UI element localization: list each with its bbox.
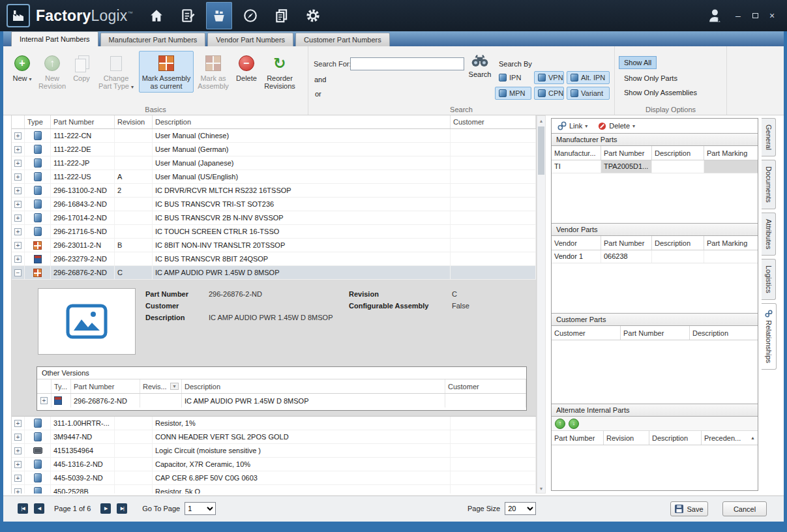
expand-icon[interactable]: + <box>14 173 22 181</box>
table-row[interactable]: +445-5039-2-NDCAP CER 6.8PF 50V C0G 0603 <box>12 471 536 485</box>
maximize-button[interactable] <box>747 7 764 24</box>
search-by-alt-ipn-toggle[interactable]: Alt. IPN <box>567 71 610 84</box>
column-header-revision[interactable]: Revision <box>604 431 649 445</box>
ov-column-revision[interactable]: Revis...▼ <box>140 379 182 393</box>
reorder-revisions-button[interactable]: ↻ Reorder Revisions <box>261 51 298 93</box>
expand-icon[interactable]: + <box>14 187 22 194</box>
collapse-icon[interactable]: − <box>14 269 22 276</box>
move-up-button[interactable]: ↑ <box>555 419 565 429</box>
table-row[interactable]: +111-222-DEUser Manual (German) <box>12 143 536 156</box>
show-only-assemblies-option[interactable]: Show Only Assemblies <box>619 86 702 99</box>
change-part-type-button[interactable]: Change Part Type ▾ <box>95 51 138 94</box>
expand-icon[interactable]: + <box>14 488 22 494</box>
column-header-part-marking[interactable]: Part Marking <box>704 236 758 250</box>
parts-nav-icon[interactable] <box>206 2 232 29</box>
tab-vendor-part-numbers[interactable]: Vendor Part Numbers <box>207 33 293 46</box>
ov-column-type[interactable]: Ty... <box>52 379 71 393</box>
copy-button[interactable]: Copy <box>70 51 93 85</box>
navigator-nav-icon[interactable] <box>237 2 263 29</box>
tab-logistics[interactable]: Logistics <box>762 259 776 300</box>
column-header-description[interactable]: Description <box>153 115 451 128</box>
tab-internal-part-numbers[interactable]: Internal Part Numbers <box>11 31 98 46</box>
user-logout-icon[interactable] <box>701 2 730 29</box>
column-header-type[interactable]: Type <box>25 115 51 128</box>
expand-icon[interactable]: + <box>14 146 22 153</box>
tab-manufacturer-part-numbers[interactable]: Manufacturer Part Numbers <box>100 33 206 46</box>
column-header-part-number[interactable]: Part Number <box>621 326 690 340</box>
table-row-selected[interactable]: −296-26876-2-NDCIC AMP AUDIO PWR 1.45W D… <box>12 266 536 280</box>
expand-icon[interactable]: + <box>14 242 22 249</box>
tab-attributes[interactable]: Attributes <box>762 213 776 256</box>
documents-nav-icon[interactable] <box>269 2 295 29</box>
table-row[interactable]: +296-21716-5-NDIC TOUCH SCREEN CTRLR 16-… <box>12 225 536 239</box>
first-page-button[interactable]: |◀ <box>18 503 28 514</box>
column-header-manufacturer[interactable]: Manufactur... <box>552 146 601 160</box>
table-row[interactable]: +296-17014-2-NDIC BUS TRANSCVR 2B N-INV … <box>12 211 536 225</box>
column-header-part-marking[interactable]: Part Marking <box>704 146 758 160</box>
cancel-button[interactable]: Cancel <box>722 501 767 516</box>
save-button[interactable]: Save <box>670 501 708 516</box>
table-row[interactable]: +296-13100-2-ND2IC DRVR/RCVR MLTCH RS232… <box>12 184 536 198</box>
tab-customer-part-numbers[interactable]: Customer Part Numbers <box>295 33 390 46</box>
expand-icon[interactable]: + <box>14 214 22 222</box>
column-header-part-number[interactable]: Part Number <box>51 115 115 128</box>
expand-icon[interactable]: + <box>14 434 22 441</box>
page-size-select[interactable]: 20 <box>505 502 536 515</box>
settings-gear-icon[interactable] <box>300 2 326 29</box>
search-by-mpn-toggle[interactable]: MPN <box>495 87 531 100</box>
new-revision-button[interactable]: ↑ New Revision <box>36 51 68 93</box>
column-header-precedence[interactable]: Preceden...▲ <box>702 431 758 445</box>
column-header-description[interactable]: Description <box>690 326 758 340</box>
scroll-down-icon[interactable]: ▼ <box>537 484 545 493</box>
table-row[interactable]: +296-23279-2-NDIC BUS TRANSCVR 8BIT 24QS… <box>12 252 536 266</box>
link-button[interactable]: Link ▾ <box>557 121 587 130</box>
next-page-button[interactable]: ▶ <box>100 503 111 514</box>
tab-general[interactable]: General <box>762 118 776 156</box>
worksheet-nav-icon[interactable] <box>175 2 201 29</box>
filter-icon[interactable]: ▼ <box>170 383 179 390</box>
scroll-up-icon[interactable]: ▲ <box>537 116 545 125</box>
column-header-part-number[interactable]: Part Number <box>601 146 652 160</box>
show-all-option[interactable]: Show All <box>619 56 657 69</box>
table-row[interactable]: + 296-26876-2-ND IC AMP AUDIO PWR 1.45W … <box>37 394 526 407</box>
close-button[interactable]: × <box>764 7 780 24</box>
mark-assembly-as-current-button[interactable]: Mark Assembly as current <box>139 51 194 93</box>
mark-as-assembly-button[interactable]: Mark as Assembly <box>195 51 231 93</box>
column-header-part-number[interactable]: Part Number <box>552 431 604 445</box>
table-row[interactable]: +296-23011-2-NBIC 8BIT NON-INV TRANSLTR … <box>12 239 536 252</box>
search-by-variant-toggle[interactable]: Variant <box>567 87 610 100</box>
table-row[interactable]: TI TPA2005D1... <box>552 160 758 173</box>
new-button[interactable]: + New ▾ <box>10 51 35 86</box>
expand-icon[interactable]: + <box>14 201 22 208</box>
table-row[interactable]: +445-1316-2-NDCapacitor, X7R Ceramic, 10… <box>12 458 536 471</box>
go-to-page-select[interactable]: 1 <box>185 502 216 515</box>
expand-icon[interactable]: + <box>40 397 48 404</box>
part-image-placeholder[interactable] <box>38 288 136 355</box>
column-header-part-number[interactable]: Part Number <box>601 236 652 250</box>
expand-icon[interactable]: + <box>14 228 22 235</box>
ov-column-part-number[interactable]: Part Number <box>71 379 140 393</box>
column-header-description[interactable]: Description <box>652 146 704 160</box>
search-by-ipn-toggle[interactable]: IPN <box>495 71 531 84</box>
table-row[interactable]: +111-222-USAUser Manual (US/English) <box>12 170 536 184</box>
ov-column-description[interactable]: Description <box>182 379 445 393</box>
tab-relationships[interactable]: Relationships <box>762 303 777 370</box>
expand-icon[interactable]: + <box>14 475 22 482</box>
previous-page-button[interactable]: ◀ <box>34 503 44 514</box>
scrollbar-thumb[interactable] <box>538 126 544 175</box>
table-row[interactable]: +311-1.00HRTR-...Resistor, 1% <box>12 417 536 430</box>
expand-icon[interactable]: + <box>14 447 22 454</box>
unlink-delete-button[interactable]: Delete ▾ <box>598 122 635 130</box>
expand-icon[interactable]: + <box>14 461 22 468</box>
column-header-customer[interactable]: Customer <box>552 326 621 340</box>
table-row[interactable]: +450-2528BResistor, 5k O <box>12 485 536 494</box>
minimize-button[interactable]: – <box>730 7 747 24</box>
expand-icon[interactable]: + <box>14 420 22 427</box>
search-button[interactable]: Search <box>465 53 495 78</box>
ov-column-customer[interactable]: Customer <box>445 379 526 393</box>
vertical-scrollbar[interactable]: ▲ ▼ <box>537 115 546 494</box>
column-header-revision[interactable]: Revision <box>115 115 153 128</box>
column-header-description[interactable]: Description <box>652 236 704 250</box>
table-row[interactable]: +296-16843-2-NDIC BUS TRANSCVR TRI-ST SO… <box>12 198 536 211</box>
table-row[interactable]: +111-222-JPUser Manual (Japanese) <box>12 156 536 170</box>
